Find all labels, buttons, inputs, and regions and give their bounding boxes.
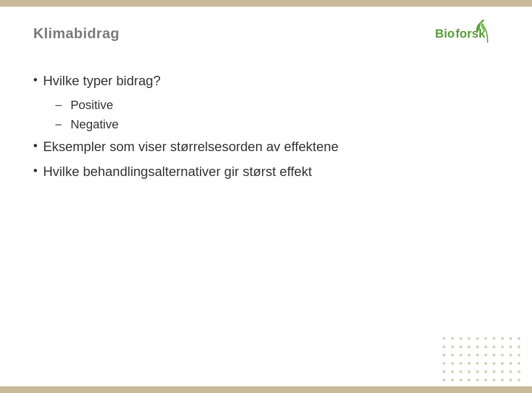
decorative-dot bbox=[501, 362, 504, 365]
decorative-dot bbox=[509, 337, 512, 340]
decorative-dot bbox=[451, 379, 454, 381]
decorative-dot bbox=[501, 370, 504, 373]
decorative-dot bbox=[493, 337, 495, 340]
decorative-dot bbox=[509, 379, 512, 381]
decorative-dot bbox=[501, 345, 504, 348]
decorative-dot bbox=[459, 337, 462, 340]
decorative-dot bbox=[468, 379, 470, 381]
decorative-dot bbox=[443, 345, 446, 348]
decorative-dot bbox=[476, 337, 479, 340]
decorative-dot bbox=[468, 354, 470, 356]
decorative-dot bbox=[459, 370, 462, 373]
logo-area: Bio forsk bbox=[432, 17, 504, 50]
bullet-text-3: Hvilke behandlingsalternativer gir størs… bbox=[43, 163, 312, 180]
decorative-dot bbox=[451, 337, 454, 340]
sub-items: – Positive – Negative bbox=[55, 97, 499, 133]
decorative-dot bbox=[518, 379, 520, 381]
dots-grid bbox=[443, 337, 523, 384]
slide-title: Klimabidrag bbox=[33, 25, 120, 42]
decorative-dot bbox=[443, 370, 446, 373]
decorative-dot bbox=[443, 362, 446, 365]
svg-text:forsk: forsk bbox=[456, 27, 486, 40]
decorative-dot bbox=[468, 362, 470, 365]
decorative-dot bbox=[443, 354, 446, 356]
sub-dash-1: – bbox=[55, 97, 62, 112]
decorative-dot bbox=[484, 354, 487, 356]
bioforsk-logo: Bio forsk bbox=[432, 17, 504, 47]
decorative-dot bbox=[468, 337, 470, 340]
sub-item-negative: – Negative bbox=[55, 116, 499, 133]
sub-item-positive: – Positive bbox=[55, 97, 499, 114]
sub-text-negative: Negative bbox=[70, 116, 119, 133]
decorative-dot bbox=[484, 337, 487, 340]
decorative-dot bbox=[459, 354, 462, 356]
dots-decoration bbox=[443, 337, 523, 384]
bullet-text-1: Hvilke typer bidrag? bbox=[43, 72, 161, 89]
decorative-dot bbox=[451, 362, 454, 365]
decorative-dot bbox=[484, 379, 487, 381]
decorative-dot bbox=[476, 362, 479, 365]
decorative-dot bbox=[518, 345, 520, 348]
top-decorative-bar bbox=[0, 0, 532, 7]
decorative-dot bbox=[493, 345, 495, 348]
bullet-item-3: • Hvilke behandlingsalternativer gir stø… bbox=[33, 163, 499, 180]
decorative-dot bbox=[468, 345, 470, 348]
decorative-dot bbox=[509, 370, 512, 373]
decorative-dot bbox=[509, 354, 512, 356]
decorative-dot bbox=[509, 345, 512, 348]
content-area: • Hvilke typer bidrag? – Positive – Nega… bbox=[33, 72, 499, 188]
decorative-dot bbox=[518, 337, 520, 340]
decorative-dot bbox=[518, 362, 520, 365]
decorative-dot bbox=[484, 370, 487, 373]
decorative-dot bbox=[451, 354, 454, 356]
bullet-dot-3: • bbox=[33, 163, 38, 179]
decorative-dot bbox=[443, 379, 446, 381]
svg-text:Bio: Bio bbox=[435, 27, 454, 40]
decorative-dot bbox=[501, 337, 504, 340]
bullet-item-1: • Hvilke typer bidrag? bbox=[33, 72, 499, 89]
bullet-item-2: • Eksempler som viser størrelsesorden av… bbox=[33, 138, 499, 155]
decorative-dot bbox=[476, 370, 479, 373]
bottom-decorative-bar bbox=[0, 386, 532, 393]
decorative-dot bbox=[459, 362, 462, 365]
sub-text-positive: Positive bbox=[70, 97, 113, 114]
decorative-dot bbox=[493, 379, 495, 381]
decorative-dot bbox=[493, 362, 495, 365]
decorative-dot bbox=[493, 370, 495, 373]
decorative-dot bbox=[493, 354, 495, 356]
bullet-text-2: Eksempler som viser størrelsesorden av e… bbox=[43, 138, 339, 155]
decorative-dot bbox=[476, 354, 479, 356]
decorative-dot bbox=[476, 345, 479, 348]
decorative-dot bbox=[459, 345, 462, 348]
decorative-dot bbox=[518, 354, 520, 356]
decorative-dot bbox=[484, 345, 487, 348]
decorative-dot bbox=[484, 362, 487, 365]
decorative-dot bbox=[451, 345, 454, 348]
bullet-dot-2: • bbox=[33, 138, 38, 154]
decorative-dot bbox=[501, 379, 504, 381]
decorative-dot bbox=[459, 379, 462, 381]
sub-dash-2: – bbox=[55, 116, 62, 132]
decorative-dot bbox=[518, 370, 520, 373]
decorative-dot bbox=[468, 370, 470, 373]
decorative-dot bbox=[509, 362, 512, 365]
decorative-dot bbox=[476, 379, 479, 381]
decorative-dot bbox=[443, 337, 446, 340]
decorative-dot bbox=[501, 354, 504, 356]
bullet-dot-1: • bbox=[33, 72, 38, 88]
decorative-dot bbox=[451, 370, 454, 373]
